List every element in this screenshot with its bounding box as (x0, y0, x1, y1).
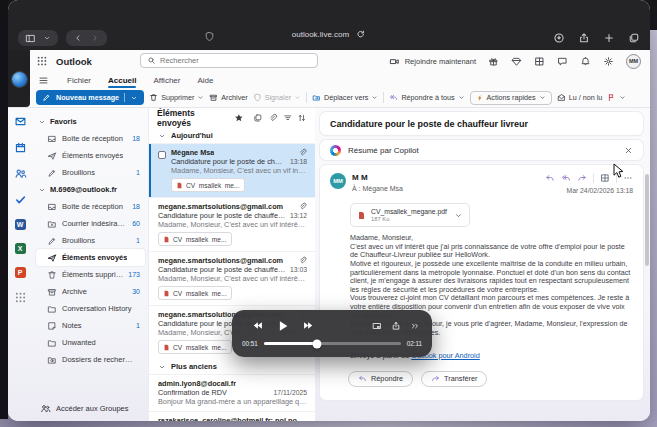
folder-notes[interactable]: Notes 1 (36, 317, 145, 334)
seek-thumb[interactable] (313, 339, 322, 348)
folder-junk[interactable]: Courrier indésirable 60 (36, 215, 145, 232)
rail-word-icon[interactable]: W (15, 219, 26, 230)
mail-row-1[interactable]: Mégane Msa Candidature pour le poste de … (149, 143, 315, 197)
refresh-icon[interactable] (356, 29, 366, 39)
fast-forward-icon[interactable] (303, 320, 314, 331)
forward-icon[interactable] (577, 173, 587, 183)
mail-row-6[interactable]: razakarisoa_caroline@hotmail.fr; pol.poa… (149, 411, 315, 421)
group-today[interactable]: Aujourd'hui (149, 128, 315, 143)
select-icon[interactable] (253, 113, 263, 123)
report-button[interactable]: Signaler (253, 93, 301, 102)
forward-icon[interactable] (90, 33, 100, 43)
mail-row-3[interactable]: megane.smartsolutions@gmail.com Candidat… (149, 251, 315, 305)
quick-actions-button[interactable]: Actions rapides (470, 91, 552, 105)
waffle-icon[interactable] (36, 55, 48, 67)
gift-icon[interactable] (488, 56, 499, 67)
forward-button[interactable]: Transférer (421, 371, 487, 387)
archive-button[interactable]: Archiver (209, 93, 247, 102)
attachment-chip[interactable]: CV_msallek_me... (158, 286, 232, 300)
premium-diamond-icon[interactable] (511, 56, 522, 67)
picture-in-picture-icon[interactable] (372, 321, 382, 331)
account-avatar[interactable]: MM (626, 54, 641, 69)
pin-icon[interactable] (268, 113, 278, 123)
account-header[interactable]: M.6969@outlook.fr (36, 181, 145, 198)
go-to-groups-link[interactable]: Accéder aux Groupes (36, 399, 145, 417)
folder-fav-sent[interactable]: Éléments envoyés (36, 147, 145, 164)
hamburger-icon[interactable] (38, 75, 49, 86)
flag-button[interactable] (607, 93, 626, 102)
folder-deleted[interactable]: Éléments supprimés 173 (36, 266, 145, 283)
share-icon[interactable] (391, 321, 401, 331)
search-box[interactable] (140, 53, 318, 68)
reply-all-button[interactable]: Répondre à tous (389, 93, 464, 102)
copilot-summary-bar[interactable]: Résumé par Copilot (320, 140, 643, 160)
attachment-chip[interactable]: CV_msallek_me... (158, 340, 232, 354)
rewind-icon[interactable] (252, 320, 263, 331)
attachment-chip[interactable]: CV_msallek_me... (158, 232, 232, 246)
mail-row-5[interactable]: admin.lyon8@docali.fr Confirmation de RD… (149, 374, 315, 411)
seek-bar[interactable] (264, 342, 401, 345)
tab-aide[interactable]: Aide (196, 76, 214, 85)
media-player[interactable]: 00:51 02:11 (232, 310, 432, 357)
row-checkbox[interactable] (158, 151, 166, 159)
rail-todo-check-icon[interactable] (14, 193, 27, 206)
folder-fav-drafts[interactable]: Brouillons 1 (36, 164, 145, 181)
mail-row-2[interactable]: megane.smartsolutions@gmail.com Candidat… (149, 197, 315, 251)
share-icon[interactable] (578, 32, 590, 44)
widgets-icon[interactable] (534, 56, 545, 67)
tab-fichier[interactable]: Fichier (66, 76, 92, 85)
join-now-button[interactable]: Rejoindre maintenant (389, 56, 476, 67)
rail-calendar-icon[interactable] (14, 141, 27, 154)
copilot-app-icon[interactable] (12, 72, 27, 87)
rail-excel-icon[interactable]: X (15, 243, 26, 254)
extension-shield-icon[interactable] (204, 31, 215, 42)
rail-mail-icon[interactable] (14, 115, 27, 128)
more-chevrons-icon[interactable] (410, 321, 420, 331)
notifications-bell-icon[interactable] (580, 56, 591, 67)
read-unread-button[interactable]: Lu / non lu (557, 93, 603, 102)
folder-sent-selected[interactable]: Éléments envoyés (36, 249, 145, 266)
chevron-down-icon[interactable] (130, 94, 138, 102)
pdf-file-icon (163, 235, 170, 244)
new-message-button[interactable]: Nouveau message (36, 90, 144, 105)
new-tab-icon[interactable] (603, 32, 615, 44)
chevron-down-icon[interactable] (454, 211, 463, 220)
play-icon[interactable] (276, 319, 290, 333)
search-input[interactable] (160, 56, 311, 65)
filter-icon[interactable] (283, 113, 293, 123)
reply-icon[interactable] (545, 173, 555, 183)
reading-scrollbar[interactable] (645, 174, 649, 266)
folder-fav-inbox[interactable]: Boîte de réception 18 (36, 130, 145, 147)
group-older[interactable]: Plus anciens (149, 359, 315, 374)
folder-conversation-history[interactable]: Conversation History (36, 300, 145, 317)
delete-button[interactable]: Supprimer (149, 93, 204, 102)
rail-more-apps-icon[interactable] (14, 291, 27, 304)
folder-unwanted[interactable]: Unwanted (36, 334, 145, 351)
rail-people-icon[interactable] (14, 167, 27, 180)
reply-button[interactable]: Répondre (348, 371, 413, 387)
folder-search-folders[interactable]: Dossiers de recherche (36, 351, 145, 368)
favorites-header[interactable]: Favoris (36, 113, 145, 130)
attachment-card[interactable]: CV_msallek_megane.pdf 187 Ko (350, 203, 470, 227)
favorite-star-icon[interactable] (234, 113, 244, 123)
move-to-button[interactable]: Déplacer vers (312, 93, 378, 102)
folder-inbox[interactable]: Boîte de réception 18 (36, 198, 145, 215)
folder-drafts[interactable]: Brouillons 1 (36, 232, 145, 249)
reply-all-icon[interactable] (561, 173, 571, 183)
tab-afficher[interactable]: Afficher (152, 76, 181, 85)
rail-powerpoint-icon[interactable]: P (15, 267, 26, 278)
downloads-icon[interactable] (553, 32, 565, 44)
close-icon[interactable] (624, 146, 633, 155)
chat-icon[interactable] (557, 56, 568, 67)
tabs-overview-icon[interactable] (628, 32, 640, 44)
sort-icon[interactable] (297, 113, 307, 123)
sidebar-toggle[interactable] (18, 30, 58, 46)
attachment-chip[interactable]: CV_msallek_me... (171, 178, 245, 192)
settings-gear-icon[interactable] (603, 56, 614, 67)
folder-archive[interactable]: Archive 30 (36, 283, 145, 300)
sender-avatar[interactable]: MM (330, 173, 346, 189)
apps-grid-icon[interactable] (600, 173, 610, 183)
tab-accueil[interactable]: Accueil (107, 76, 137, 85)
back-icon[interactable] (73, 33, 83, 43)
address-bar[interactable]: outlook.live.com (292, 29, 366, 39)
